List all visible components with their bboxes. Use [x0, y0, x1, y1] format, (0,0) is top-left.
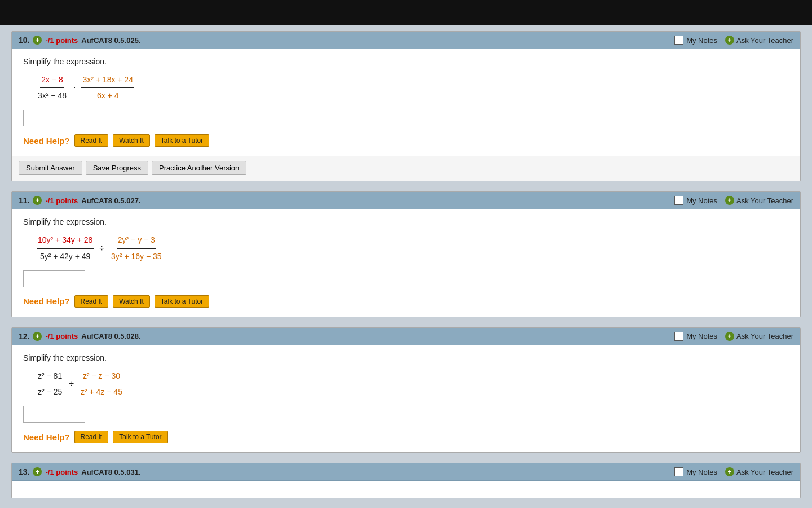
question-body-13-partial	[12, 481, 800, 498]
ask-teacher-label-12: Ask Your Teacher	[736, 332, 793, 340]
my-notes-btn-13[interactable]: My Notes	[674, 467, 717, 476]
my-notes-label-10: My Notes	[686, 36, 717, 45]
problem-id-11: AufCAT8 0.5.027.	[81, 196, 140, 205]
fraction2-11: 2y² − y − 3 3y² + 16y − 35	[110, 233, 163, 263]
question-header-right-13: My Notes + Ask Your Teacher	[674, 467, 793, 476]
frac1-num-11: 10y² + 34y + 28	[37, 233, 94, 248]
ask-teacher-btn-10[interactable]: + Ask Your Teacher	[725, 36, 793, 45]
my-notes-btn-12[interactable]: My Notes	[674, 332, 717, 341]
operator-12: ÷	[69, 376, 74, 392]
question-block-10: 10. + -/1 points AufCAT8 0.5.025. My Not…	[11, 31, 801, 181]
answer-input-11[interactable]	[23, 270, 85, 287]
math-row-12: z² − 81 z² − 25 ÷ z² − z − 30 z² + 4z − …	[34, 369, 789, 399]
question-header-10: 10. + -/1 points AufCAT8 0.5.025. My Not…	[12, 32, 800, 49]
frac2-den-12: z² + 4z − 45	[80, 384, 123, 399]
submit-row-10: Submit Answer Save Progress Practice Ano…	[12, 156, 800, 181]
question-number-11: 11.	[19, 196, 29, 205]
question-header-12: 12. + -/1 points AufCAT8 0.5.028. My Not…	[12, 328, 800, 345]
ask-teacher-plus-11: +	[725, 196, 734, 205]
my-notes-btn-10[interactable]: My Notes	[674, 36, 717, 45]
math-expr-11: 10y² + 34y + 28 5y² + 42y + 49 ÷ 2y² − y…	[34, 233, 789, 263]
notes-icon-13	[674, 467, 683, 476]
fraction1-11: 10y² + 34y + 28 5y² + 42y + 49	[37, 233, 94, 263]
question-header-right-11: My Notes + Ask Your Teacher	[674, 196, 793, 205]
my-notes-btn-11[interactable]: My Notes	[674, 196, 717, 205]
simplify-label-12: Simplify the expression.	[23, 353, 789, 362]
points-label-11: -/1 points	[45, 196, 78, 205]
question-block-13: 13. + -/1 points AufCAT8 0.5.031. My Not…	[11, 463, 801, 498]
math-expr-12: z² − 81 z² − 25 ÷ z² − z − 30 z² + 4z − …	[34, 369, 789, 399]
points-label-13: -/1 points	[45, 468, 78, 476]
ask-teacher-btn-12[interactable]: + Ask Your Teacher	[725, 332, 793, 341]
my-notes-label-12: My Notes	[686, 332, 717, 340]
need-help-label-12: Need Help?	[23, 432, 70, 442]
need-help-row-10: Need Help? Read It Watch It Talk to a Tu…	[23, 134, 789, 147]
ask-teacher-label-10: Ask Your Teacher	[736, 36, 793, 45]
answer-input-10[interactable]	[23, 110, 85, 126]
question-block-11: 11. + -/1 points AufCAT8 0.5.027. My Not…	[11, 191, 801, 317]
frac1-den-11: 5y² + 42y + 49	[39, 249, 92, 264]
notes-icon-12	[674, 332, 683, 341]
math-row-11: 10y² + 34y + 28 5y² + 42y + 49 ÷ 2y² − y…	[34, 233, 789, 263]
ask-teacher-label-13: Ask Your Teacher	[736, 468, 793, 476]
operator-10: ·	[73, 80, 76, 96]
page-content: 10. + -/1 points AufCAT8 0.5.025. My Not…	[0, 25, 812, 508]
fraction2-10: 3x² + 18x + 24 6x + 4	[81, 73, 134, 103]
ask-teacher-btn-11[interactable]: + Ask Your Teacher	[725, 196, 793, 205]
frac2-den-11: 3y² + 16y − 35	[110, 249, 163, 264]
frac1-den-10: 3x² − 48	[37, 88, 68, 103]
my-notes-label-11: My Notes	[686, 196, 717, 205]
question-header-right-10: My Notes + Ask Your Teacher	[674, 36, 793, 45]
question-body-10: Simplify the expression. 2x − 8 3x² − 48…	[12, 49, 800, 156]
ask-teacher-btn-13[interactable]: + Ask Your Teacher	[725, 467, 793, 476]
plus-icon-10[interactable]: +	[33, 36, 42, 45]
math-row-10: 2x − 8 3x² − 48 · 3x² + 18x + 24 6x + 4	[34, 73, 789, 103]
question-header-left-10: 10. + -/1 points AufCAT8 0.5.025.	[19, 36, 141, 45]
need-help-row-11: Need Help? Read It Watch It Talk to a Tu…	[23, 295, 789, 308]
question-body-11: Simplify the expression. 10y² + 34y + 28…	[12, 209, 800, 316]
question-header-13: 13. + -/1 points AufCAT8 0.5.031. My Not…	[12, 463, 800, 481]
notes-icon-11	[674, 196, 683, 205]
ask-teacher-plus-12: +	[725, 332, 734, 341]
answer-input-12[interactable]	[23, 406, 85, 423]
read-it-btn-12[interactable]: Read It	[74, 431, 109, 443]
operator-11: ÷	[99, 240, 104, 257]
talk-tutor-btn-11[interactable]: Talk to a Tutor	[155, 295, 209, 308]
question-block-12: 12. + -/1 points AufCAT8 0.5.028. My Not…	[11, 327, 801, 453]
frac1-num-12: z² − 81	[37, 369, 63, 384]
read-it-btn-10[interactable]: Read It	[74, 134, 109, 147]
watch-it-btn-11[interactable]: Watch It	[113, 295, 150, 308]
save-progress-btn-10[interactable]: Save Progress	[86, 161, 148, 175]
top-bar	[0, 0, 812, 25]
frac2-den-10: 6x + 4	[96, 88, 120, 103]
need-help-row-12: Need Help? Read It Talk to a Tutor	[23, 431, 789, 443]
simplify-label-10: Simplify the expression.	[23, 57, 789, 66]
question-number-12: 12.	[19, 332, 29, 341]
plus-icon-12[interactable]: +	[33, 332, 42, 341]
plus-icon-11[interactable]: +	[33, 196, 42, 205]
points-label-12: -/1 points	[45, 332, 78, 340]
read-it-btn-11[interactable]: Read It	[74, 295, 109, 308]
need-help-label-10: Need Help?	[23, 136, 70, 146]
watch-it-btn-10[interactable]: Watch It	[113, 134, 150, 147]
frac2-num-10: 3x² + 18x + 24	[81, 73, 134, 88]
question-header-right-12: My Notes + Ask Your Teacher	[674, 332, 793, 341]
submit-answer-btn-10[interactable]: Submit Answer	[19, 161, 82, 175]
question-number-13: 13.	[19, 467, 29, 476]
frac2-num-12: z² − z − 30	[82, 369, 121, 384]
frac2-num-11: 2y² − y − 3	[117, 233, 156, 248]
practice-another-btn-10[interactable]: Practice Another Version	[152, 161, 246, 175]
question-header-left-12: 12. + -/1 points AufCAT8 0.5.028.	[19, 332, 141, 341]
my-notes-label-13: My Notes	[686, 468, 717, 476]
talk-tutor-btn-12[interactable]: Talk to a Tutor	[113, 431, 167, 443]
ask-teacher-plus-13: +	[725, 467, 734, 476]
frac1-den-12: z² − 25	[37, 384, 63, 399]
question-body-12: Simplify the expression. z² − 81 z² − 25…	[12, 345, 800, 452]
plus-icon-13[interactable]: +	[33, 467, 42, 476]
question-header-11: 11. + -/1 points AufCAT8 0.5.027. My Not…	[12, 192, 800, 209]
question-header-left-11: 11. + -/1 points AufCAT8 0.5.027.	[19, 196, 141, 205]
question-number-10: 10.	[19, 36, 29, 45]
fraction1-12: z² − 81 z² − 25	[37, 369, 63, 399]
frac1-num-10: 2x − 8	[40, 73, 64, 88]
talk-tutor-btn-10[interactable]: Talk to a Tutor	[155, 134, 209, 147]
